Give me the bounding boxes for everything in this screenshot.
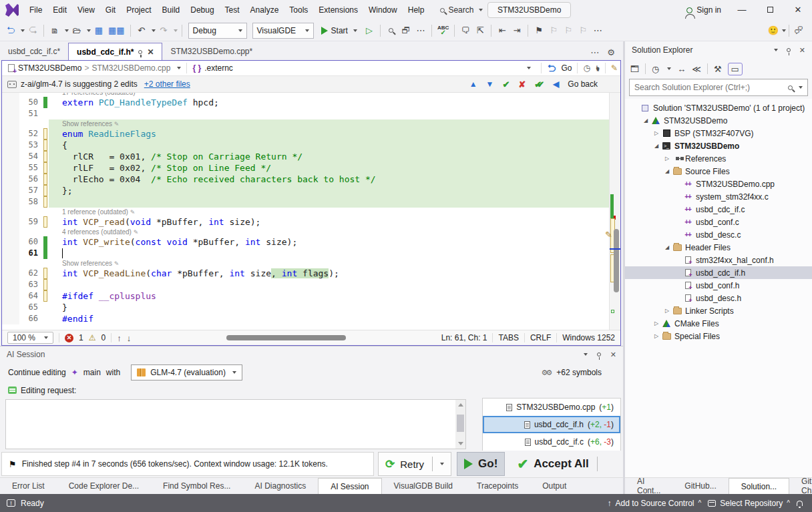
next-edit-arrow-icon[interactable]: ▼ <box>486 79 494 89</box>
collapse-twisty-icon[interactable]: ◢ <box>662 168 672 174</box>
find-in-files-button[interactable] <box>385 23 398 39</box>
breadcrumb-project[interactable]: STM32USBDemo <box>18 63 81 73</box>
collapse-twisty-icon[interactable]: ◢ <box>662 244 672 250</box>
go-back-arrow-icon[interactable]: ◀ <box>553 79 559 89</box>
next-bookmark-button[interactable]: ⚐ <box>562 23 575 39</box>
accept-edit-check-icon[interactable]: ✔ <box>502 79 510 89</box>
save-button[interactable]: ▦ <box>92 23 106 39</box>
right-panel-tab[interactable]: Git Cha... <box>789 478 812 494</box>
right-panel-tab[interactable]: GitHub... <box>672 478 728 494</box>
document-tab[interactable]: STM32USBDemo.cpp* <box>162 43 260 60</box>
code-text[interactable]: rlLF = 0x02, /* Stop on Line Feed */ <box>49 162 609 174</box>
zoom-level-dropdown[interactable]: 100 % <box>7 332 53 344</box>
codelens-row[interactable]: 1 reference (outdated) ✎ <box>2 208 609 216</box>
notifications-bell-icon[interactable] <box>797 501 803 506</box>
back-history-dropdown[interactable] <box>21 29 25 32</box>
search-menu-button[interactable]: Search <box>433 5 489 15</box>
accept-all-edits-icon[interactable]: ✔✔ <box>534 79 540 89</box>
tree-item[interactable]: ◢STM32USBDemo <box>625 114 812 127</box>
breakpoint-margin[interactable] <box>2 196 19 208</box>
comment-selection-button[interactable]: ⇱ <box>473 23 487 39</box>
restore-button[interactable] <box>756 0 784 20</box>
retry-options-chevron[interactable] <box>440 463 444 465</box>
minimize-button[interactable]: — <box>728 0 756 20</box>
breakpoint-margin[interactable] <box>2 259 19 268</box>
go-button[interactable]: Go <box>561 63 572 73</box>
codelens-text[interactable]: Show references ✎ <box>49 259 609 268</box>
code-text[interactable]: int VCP_write(const void *pBuffer, int s… <box>49 236 609 248</box>
menu-tools[interactable]: Tools <box>284 0 313 20</box>
encoding[interactable]: Windows 1252 <box>562 333 615 342</box>
breakpoint-margin[interactable] <box>2 185 19 196</box>
breakpoint-margin[interactable] <box>2 119 19 128</box>
vertical-scrollbar[interactable] <box>609 93 620 330</box>
solution-configuration-dropdown[interactable]: Debug <box>188 23 247 39</box>
scrollbar-thumb[interactable] <box>614 229 619 292</box>
other-files-link[interactable]: +2 other files <box>144 79 190 89</box>
code-text[interactable]: rlEcho = 0x04 /* Echo received character… <box>49 174 609 185</box>
toggle-bookmark-button[interactable]: ⚑ <box>532 23 546 39</box>
redo-dropdown[interactable] <box>174 29 178 32</box>
expand-twisty-icon[interactable]: ▷ <box>652 333 661 339</box>
breakpoint-margin[interactable] <box>2 174 19 185</box>
code-line[interactable]: 62int VCP_ReadLine(char *pBuffer, int si… <box>2 268 609 279</box>
breakpoint-margin[interactable] <box>2 302 19 313</box>
codelens-text[interactable]: 4 references (outdated) ✎ <box>49 228 609 236</box>
tree-item[interactable]: ◢>_STM32USBDemo <box>625 140 812 152</box>
line-ending-mode[interactable]: CRLF <box>530 333 551 342</box>
tree-item[interactable]: ++usbd_conf.c <box>625 216 812 228</box>
breakpoint-margin[interactable] <box>2 216 19 228</box>
tree-item[interactable]: usbd_cdc_if.h <box>625 266 812 279</box>
code-text[interactable]: { <box>49 140 609 151</box>
editing-request-input[interactable] <box>5 399 466 449</box>
scope-dropdown[interactable]: .externc <box>204 63 233 73</box>
code-line[interactable]: 54 rlCR = 0x01, /* Stop on Carriage Retu… <box>2 151 609 162</box>
pin-icon[interactable] <box>787 48 791 52</box>
code-line[interactable]: 61 <box>2 248 609 259</box>
start-debugging-button[interactable]: Start <box>317 23 361 39</box>
bottom-tab[interactable]: VisualGDB Build <box>382 478 465 494</box>
search-options-chevron[interactable] <box>799 86 803 89</box>
menu-git[interactable]: Git <box>100 0 121 20</box>
error-count-icon[interactable]: ✕ <box>65 334 73 342</box>
previous-bookmark-button[interactable]: ⚐ <box>547 23 560 39</box>
code-text[interactable]: #ifdef __cplusplus <box>49 290 609 302</box>
menu-debug[interactable]: Debug <box>185 0 219 20</box>
code-text[interactable]: int VCP_ReadLine(char *pBuffer, int size… <box>49 268 609 279</box>
scope-dropdown-chevron[interactable] <box>527 67 531 69</box>
menu-file[interactable]: File <box>24 0 47 20</box>
breakpoint-margin[interactable] <box>2 162 19 174</box>
document-tab[interactable]: usbd_cdc_if.h*✕ <box>68 43 162 60</box>
code-text[interactable] <box>49 108 609 119</box>
menu-extensions[interactable]: Extensions <box>313 0 363 20</box>
breakpoint-margin[interactable] <box>2 97 19 108</box>
reject-edit-cross-icon[interactable]: ✘ <box>518 79 526 89</box>
code-text[interactable] <box>49 279 609 290</box>
code-line[interactable]: 52enum ReadLineFlags <box>2 128 609 140</box>
menu-help[interactable]: Help <box>403 0 430 20</box>
tree-item[interactable]: ++STM32USBDemo.cpp <box>625 178 812 190</box>
right-panel-tab[interactable]: Solution... <box>729 478 789 494</box>
tree-item[interactable]: ++system_stm32f4xx.c <box>625 190 812 203</box>
switch-views-button[interactable]: 🗔 <box>630 64 639 74</box>
increase-indent-button[interactable]: ⇥ <box>510 23 524 39</box>
code-text[interactable]: rlCR = 0x01, /* Stop on Carriage Return … <box>49 151 609 162</box>
codelens-pencil-icon[interactable]: ✎ <box>130 209 136 216</box>
decrease-indent-button[interactable]: ⇤ <box>495 23 509 39</box>
code-area[interactable]: 17 references (outdated)50extern PCD_Han… <box>2 93 620 330</box>
code-line[interactable]: 50extern PCD_HandleTypeDef hpcd; <box>2 97 609 108</box>
navigate-backward-button[interactable]: ⮌ <box>4 23 17 39</box>
breakpoint-margin[interactable] <box>2 140 19 151</box>
breakpoint-margin[interactable] <box>2 151 19 162</box>
go-button[interactable]: Go! <box>457 452 505 476</box>
bottom-tab[interactable]: AI Diagnostics <box>242 478 318 494</box>
breakpoint-margin[interactable] <box>2 313 19 324</box>
tag-icon[interactable]: 🖢 <box>596 63 600 73</box>
code-line[interactable]: 57}; <box>2 185 609 196</box>
breakpoint-margin[interactable] <box>2 248 19 259</box>
menu-build[interactable]: Build <box>157 0 186 20</box>
tree-item[interactable]: ▷CMake Files <box>625 317 812 330</box>
retry-button[interactable]: ⟳ Retry <box>378 452 451 476</box>
breakpoint-margin[interactable] <box>2 228 19 236</box>
tree-item[interactable]: ▷References <box>625 152 812 165</box>
